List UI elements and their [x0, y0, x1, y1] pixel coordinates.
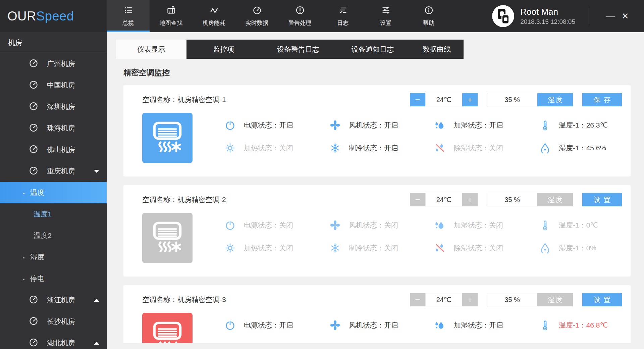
- sidebar-child-item[interactable]: ·停电: [0, 268, 107, 289]
- status-text: 温度-1：0℃: [559, 220, 598, 230]
- sidebar-child-label: 温度: [30, 188, 44, 197]
- humidify-icon: [435, 120, 445, 131]
- nav-item-label: 机房能耗: [203, 19, 225, 27]
- tab-设备警告日志[interactable]: 设备警告日志: [261, 40, 335, 59]
- humidity-icon: [540, 243, 550, 253]
- ac-unit-icon: [149, 118, 186, 157]
- logo-text-primary: OUR: [7, 9, 36, 23]
- nav-item-alerts[interactable]: 警告处理: [278, 0, 321, 32]
- gauge-small-icon: [29, 166, 38, 177]
- sidebar-room-item[interactable]: 湖北机房: [0, 332, 107, 349]
- tab-仪表显示[interactable]: 仪表显示: [116, 40, 186, 59]
- sidebar-subchild-label: 温度1: [34, 209, 52, 219]
- map-icon: [167, 6, 176, 16]
- ac-name: 空调名称：机房精密空调-3: [142, 295, 226, 304]
- gauge-small-icon: [29, 101, 38, 112]
- temp-minus-button[interactable]: −: [410, 93, 425, 106]
- temp-minus-button[interactable]: −: [410, 293, 425, 306]
- gauge-small-icon: [29, 338, 38, 349]
- nav-item-overview[interactable]: 总揽: [107, 0, 150, 32]
- chevron-up-icon: [94, 342, 99, 345]
- sidebar-room-item[interactable]: 佛山机房: [0, 139, 107, 160]
- info-circle-icon: [424, 6, 433, 16]
- tab-数据曲线[interactable]: 数据曲线: [410, 40, 464, 59]
- nav-item-help[interactable]: 帮助: [407, 0, 450, 32]
- sidebar-room-item[interactable]: 浙江机房: [0, 289, 107, 311]
- ac-unit-icon: [149, 218, 186, 257]
- status-text: 电源状态：关闭: [244, 220, 293, 230]
- main-content: 仪表显示监控项设备警告日志设备通知日志数据曲线 精密空调监控 空调名称：机房精密…: [107, 32, 644, 349]
- card-action-button[interactable]: 设置: [582, 193, 622, 206]
- status-item: 加湿状态：开启: [435, 317, 540, 333]
- nav-item-realtime[interactable]: 实时数据: [235, 0, 278, 32]
- sidebar-room-label: 珠海机房: [47, 123, 75, 133]
- status-text: 加热状态：关闭: [244, 143, 293, 153]
- humidity-group: 35 % 湿度: [487, 93, 573, 106]
- card-header: 空调名称：机房精密空调-1 − 24℃ + 35 % 湿度 保存: [142, 92, 622, 107]
- temp-plus-button[interactable]: +: [462, 93, 478, 106]
- nav-item-label: 实时数据: [246, 19, 268, 27]
- close-button[interactable]: ✕: [618, 0, 633, 32]
- sidebar-room-item[interactable]: 长沙机房: [0, 311, 107, 332]
- sidebar-room-item[interactable]: 珠海机房: [0, 117, 107, 139]
- temp-plus-button[interactable]: +: [462, 193, 478, 206]
- minimize-button[interactable]: —: [603, 0, 618, 32]
- temp-value[interactable]: 24℃: [425, 193, 462, 206]
- sidebar-room-item[interactable]: 重庆机房: [0, 160, 107, 182]
- sidebar-child-item[interactable]: ·温度: [0, 182, 107, 203]
- top-navbar: OURSpeed 总揽地图查找机房能耗实时数据警告处理日志设置帮助 Root M…: [0, 0, 644, 32]
- humidity-value-input[interactable]: 35 %: [487, 193, 537, 206]
- sidebar-room-item[interactable]: 广州机房: [0, 53, 107, 74]
- avatar[interactable]: [492, 5, 514, 27]
- sidebar-subchild-item[interactable]: 温度1: [0, 203, 107, 225]
- temp-minus-button[interactable]: −: [410, 193, 425, 206]
- nav-item-map-search[interactable]: 地图查找: [150, 0, 193, 32]
- tab-监控项[interactable]: 监控项: [186, 40, 261, 59]
- nav-item-energy[interactable]: 机房能耗: [193, 0, 235, 32]
- nav-item-settings[interactable]: 设置: [364, 0, 407, 32]
- humidity-value-input[interactable]: 35 %: [487, 93, 537, 106]
- thermometer-icon: [540, 320, 550, 331]
- sidebar-room-label: 中国机房: [47, 81, 75, 90]
- bullet-icon: ·: [22, 189, 25, 196]
- status-item: 加湿状态：开启: [435, 117, 540, 133]
- temp-value[interactable]: 24℃: [425, 293, 462, 306]
- sidebar-room-item[interactable]: 深圳机房: [0, 96, 107, 117]
- status-item: 除湿状态：关闭: [435, 140, 540, 156]
- list-icon: [124, 6, 133, 16]
- chevron-up-icon: [94, 299, 99, 302]
- status-item: 制冷状态：关闭: [330, 240, 435, 256]
- humidity-button[interactable]: 湿度: [537, 193, 573, 206]
- humidity-group: 35 % 湿度: [487, 293, 573, 306]
- humidity-group: 35 % 湿度: [487, 193, 573, 206]
- fan-icon: [330, 120, 340, 131]
- temp-plus-button[interactable]: +: [462, 293, 478, 306]
- ac-name: 空调名称：机房精密空调-2: [142, 195, 226, 204]
- tab-设备通知日志[interactable]: 设备通知日志: [335, 40, 410, 59]
- sidebar-room-item[interactable]: 中国机房: [0, 74, 107, 96]
- user-datetime: 2018.3.15 12:08:05: [520, 18, 575, 26]
- status-text: 温度-1：46.8℃: [559, 320, 608, 330]
- sidebar-child-item[interactable]: ·湿度: [0, 246, 107, 268]
- card-action-button[interactable]: 保存: [582, 93, 622, 106]
- status-item: 湿度-1：0%: [540, 240, 598, 256]
- page-title: 精密空调监控: [123, 67, 644, 78]
- nav-item-label: 警告处理: [288, 19, 311, 27]
- card-action-button[interactable]: 设置: [582, 293, 622, 306]
- gauge-small-icon: [29, 123, 38, 134]
- card-body: 电源状态：关闭 风机状态：关闭 加湿状态：关闭 温度-1：0℃ 加热状态：关闭 …: [142, 213, 622, 263]
- humidity-button[interactable]: 湿度: [537, 93, 573, 106]
- status-item: 温度-1：46.8℃: [540, 317, 608, 333]
- status-text: 除湿状态：关闭: [454, 243, 503, 253]
- nav-item-logs[interactable]: 日志: [321, 0, 364, 32]
- sidebar-subchild-label: 温度2: [34, 231, 52, 240]
- status-grid: 电源状态：关闭 风机状态：关闭 加湿状态：关闭 温度-1：0℃ 加热状态：关闭 …: [225, 217, 598, 263]
- dehumidify-icon: [435, 243, 445, 253]
- sidebar-subchild-item[interactable]: 温度2: [0, 225, 107, 246]
- status-text: 加湿状态：开启: [454, 120, 503, 130]
- ac-tile: [142, 113, 193, 163]
- temp-value[interactable]: 24℃: [425, 93, 462, 106]
- humidity-value-input[interactable]: 35 %: [487, 293, 537, 306]
- status-text: 风机状态：开启: [349, 320, 398, 330]
- humidity-button[interactable]: 湿度: [537, 293, 573, 306]
